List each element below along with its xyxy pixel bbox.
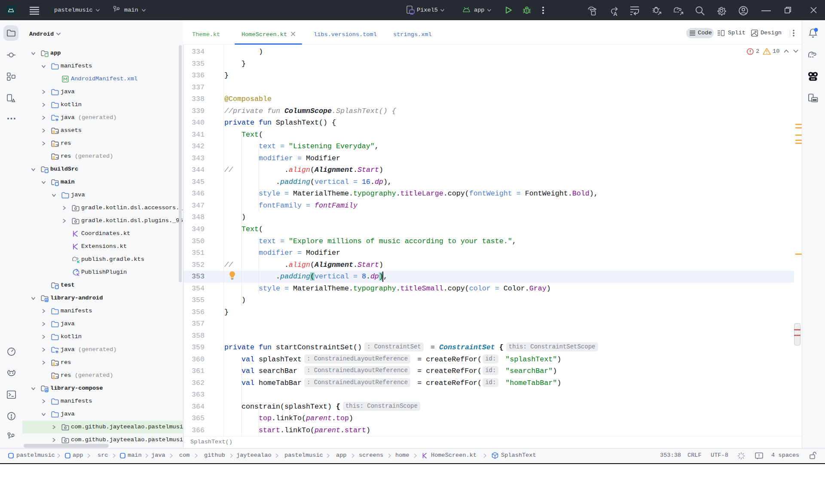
svg-text:A: A — [613, 11, 617, 16]
